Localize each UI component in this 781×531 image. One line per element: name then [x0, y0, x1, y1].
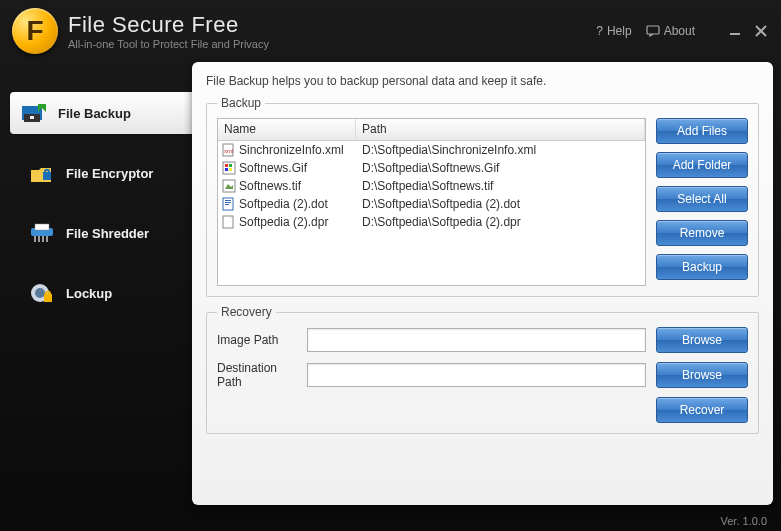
col-path[interactable]: Path: [356, 119, 645, 140]
help-icon: ?: [596, 24, 603, 38]
app-logo-icon: F: [12, 8, 58, 54]
app-window: F File Secure Free All-in-one Tool to Pr…: [0, 0, 781, 531]
sidebar: File Backup File Encryptor File Shredder…: [0, 62, 192, 505]
recover-button[interactable]: Recover: [656, 397, 748, 423]
panel-description: File Backup helps you to backup personal…: [206, 74, 759, 88]
browse-dest-button[interactable]: Browse: [656, 362, 748, 388]
speech-icon: [646, 25, 660, 37]
dest-path-input[interactable]: [307, 363, 646, 387]
sidebar-item-label: Lockup: [66, 286, 112, 301]
image-path-input[interactable]: [307, 328, 646, 352]
sidebar-item-file-shredder[interactable]: File Shredder: [18, 212, 192, 254]
file-icon: [222, 179, 236, 193]
svg-rect-21: [229, 164, 232, 167]
file-path: D:\Softpedia\Softpedia (2).dpr: [356, 215, 645, 229]
svg-rect-20: [225, 164, 228, 167]
file-name: SinchronizeInfo.xml: [239, 143, 344, 157]
col-name[interactable]: Name: [218, 119, 356, 140]
window-controls: [727, 23, 769, 39]
help-link[interactable]: ? Help: [596, 24, 631, 38]
file-path: D:\Softpedia\Softpedia (2).dot: [356, 197, 645, 211]
sidebar-item-label: File Backup: [58, 106, 131, 121]
table-header: Name Path: [218, 119, 645, 141]
table-row[interactable]: Softpedia (2).dotD:\Softpedia\Softpedia …: [218, 195, 645, 213]
svg-point-15: [35, 288, 45, 298]
file-name: Softpedia (2).dpr: [239, 215, 328, 229]
version-label: Ver. 1.0.0: [0, 511, 781, 531]
table-row[interactable]: Softnews.tifD:\Softpedia\Softnews.tif: [218, 177, 645, 195]
backup-button[interactable]: Backup: [656, 254, 748, 280]
table-body: xmlSinchronizeInfo.xmlD:\Softpedia\Sinch…: [218, 141, 645, 231]
sidebar-item-file-encryptor[interactable]: File Encryptor: [18, 152, 192, 194]
image-path-label: Image Path: [217, 333, 297, 347]
about-link[interactable]: About: [646, 24, 695, 38]
add-files-button[interactable]: Add Files: [656, 118, 748, 144]
file-path: D:\Softpedia\Softnews.Gif: [356, 161, 645, 175]
dest-path-label: Destination Path: [217, 361, 297, 389]
remove-button[interactable]: Remove: [656, 220, 748, 246]
svg-text:xml: xml: [224, 148, 233, 154]
file-name: Softpedia (2).dot: [239, 197, 328, 211]
svg-rect-23: [229, 168, 232, 171]
svg-rect-26: [225, 200, 231, 201]
sidebar-item-file-backup[interactable]: File Backup: [10, 92, 192, 134]
file-icon: [222, 161, 236, 175]
about-label: About: [664, 24, 695, 38]
backup-buttons: Add Files Add Folder Select All Remove B…: [656, 118, 748, 286]
recovery-legend: Recovery: [217, 305, 276, 319]
svg-rect-9: [35, 224, 49, 230]
svg-rect-7: [43, 172, 51, 180]
svg-rect-27: [225, 202, 231, 203]
app-subtitle: All-in-one Tool to Protect File and Priv…: [68, 38, 269, 50]
sidebar-item-lockup[interactable]: Lockup: [18, 272, 192, 314]
minimize-button[interactable]: [727, 23, 743, 39]
backup-group: Backup Name Path xmlSinchronizeInfo.xmlD…: [206, 96, 759, 297]
svg-rect-0: [647, 26, 659, 34]
close-button[interactable]: [753, 23, 769, 39]
main-panel: File Backup helps you to backup personal…: [192, 62, 773, 505]
help-label: Help: [607, 24, 632, 38]
file-icon: xml: [222, 143, 236, 157]
add-folder-button[interactable]: Add Folder: [656, 152, 748, 178]
browse-image-button[interactable]: Browse: [656, 327, 748, 353]
app-title: File Secure Free: [68, 12, 269, 38]
table-row[interactable]: Softnews.GifD:\Softpedia\Softnews.Gif: [218, 159, 645, 177]
svg-rect-22: [225, 168, 228, 171]
sidebar-item-label: File Encryptor: [66, 166, 153, 181]
svg-rect-6: [30, 116, 34, 119]
recovery-group: Recovery Image Path Browse Destination P…: [206, 305, 759, 434]
shredder-icon: [28, 221, 56, 245]
table-row[interactable]: Softpedia (2).dprD:\Softpedia\Softpedia …: [218, 213, 645, 231]
titlebar: F File Secure Free All-in-one Tool to Pr…: [0, 0, 781, 62]
file-path: D:\Softpedia\SinchronizeInfo.xml: [356, 143, 645, 157]
file-name: Softnews.Gif: [239, 161, 307, 175]
backup-legend: Backup: [217, 96, 265, 110]
file-name: Softnews.tif: [239, 179, 301, 193]
lockup-icon: [28, 281, 56, 305]
sidebar-item-label: File Shredder: [66, 226, 149, 241]
title-block: File Secure Free All-in-one Tool to Prot…: [68, 12, 269, 50]
file-table[interactable]: Name Path xmlSinchronizeInfo.xmlD:\Softp…: [217, 118, 646, 286]
file-path: D:\Softpedia\Softnews.tif: [356, 179, 645, 193]
svg-rect-28: [225, 204, 229, 205]
body-area: File Backup File Encryptor File Shredder…: [0, 62, 781, 511]
select-all-button[interactable]: Select All: [656, 186, 748, 212]
file-icon: [222, 197, 236, 211]
encryptor-icon: [28, 161, 56, 185]
title-links: ? Help About: [596, 23, 769, 39]
table-row[interactable]: xmlSinchronizeInfo.xmlD:\Softpedia\Sinch…: [218, 141, 645, 159]
backup-icon: [20, 101, 48, 125]
file-icon: [222, 215, 236, 229]
svg-rect-16: [44, 294, 52, 302]
